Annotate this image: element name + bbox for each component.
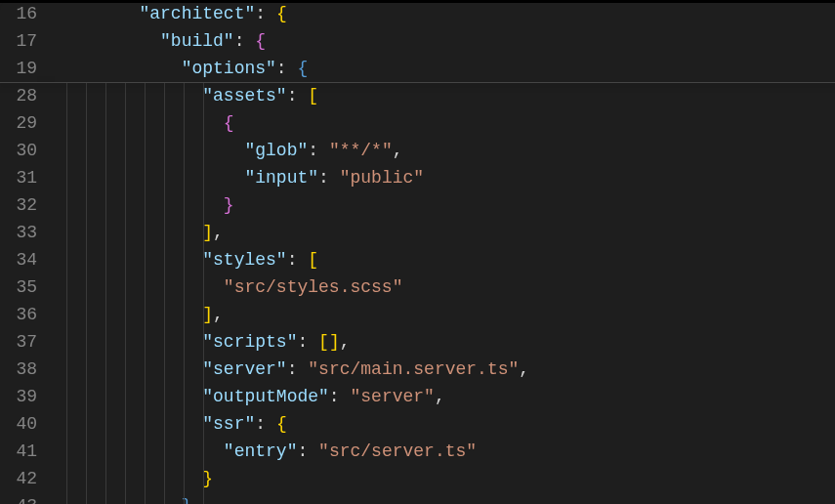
line-number: 43 bbox=[0, 492, 37, 504]
json-key: "assets" bbox=[202, 86, 286, 105]
json-key: "entry" bbox=[224, 441, 298, 461]
close-brace: } bbox=[202, 469, 213, 488]
comma: , bbox=[519, 359, 529, 379]
code-line[interactable]: "scripts": [], bbox=[55, 328, 835, 356]
colon: : bbox=[329, 387, 340, 406]
json-string: "**/*" bbox=[329, 141, 393, 160]
json-string: "public" bbox=[340, 168, 424, 188]
json-string: "src/styles.scss" bbox=[224, 277, 403, 297]
code-line[interactable]: } bbox=[55, 465, 835, 492]
line-number: 32 bbox=[0, 191, 37, 219]
colon: : bbox=[234, 31, 245, 51]
json-key: "server" bbox=[202, 359, 286, 379]
line-number: 19 bbox=[0, 55, 37, 82]
colon: : bbox=[255, 414, 266, 434]
line-number: 16 bbox=[0, 0, 37, 27]
line-number: 40 bbox=[0, 410, 37, 438]
line-number: 34 bbox=[0, 246, 37, 273]
json-string: "server" bbox=[350, 387, 434, 406]
json-key: "architect" bbox=[139, 4, 255, 23]
code-editor[interactable]: 16 17 19 28 29 30 31 32 33 34 35 36 37 3… bbox=[0, 0, 835, 504]
code-line[interactable]: "build": { bbox=[55, 27, 835, 55]
colon: : bbox=[308, 141, 318, 160]
json-key: "outputMode" bbox=[202, 387, 329, 406]
comma: , bbox=[213, 223, 224, 242]
colon: : bbox=[297, 332, 308, 352]
open-brace: { bbox=[276, 414, 287, 434]
json-key: "scripts" bbox=[202, 332, 297, 352]
colon: : bbox=[287, 250, 298, 270]
code-line[interactable]: "styles": [ bbox=[55, 246, 835, 273]
colon: : bbox=[276, 59, 287, 78]
code-line[interactable]: { bbox=[55, 109, 835, 137]
line-number-gutter: 16 17 19 28 29 30 31 32 33 34 35 36 37 3… bbox=[0, 0, 55, 504]
code-line[interactable]: }, bbox=[55, 492, 835, 504]
json-key: "input" bbox=[244, 168, 318, 188]
line-number: 36 bbox=[0, 301, 37, 328]
json-key: "build" bbox=[160, 31, 234, 51]
comma: , bbox=[191, 496, 202, 504]
close-bracket: ] bbox=[202, 223, 213, 242]
code-line[interactable]: "assets": [ bbox=[55, 82, 835, 109]
json-string: "src/main.server.ts" bbox=[308, 359, 519, 379]
close-brace: } bbox=[224, 195, 234, 215]
colon: : bbox=[255, 4, 266, 23]
line-number: 41 bbox=[0, 438, 37, 465]
code-line[interactable]: "server": "src/main.server.ts", bbox=[55, 356, 835, 383]
close-bracket: ] bbox=[202, 305, 213, 324]
code-line[interactable]: "input": "public" bbox=[55, 164, 835, 191]
code-line[interactable]: "outputMode": "server", bbox=[55, 383, 835, 410]
line-number: 28 bbox=[0, 82, 37, 109]
json-string: "src/server.ts" bbox=[318, 441, 477, 461]
line-number: 33 bbox=[0, 219, 37, 246]
line-number: 37 bbox=[0, 328, 37, 356]
code-line[interactable]: "glob": "**/*", bbox=[55, 137, 835, 164]
open-brace: { bbox=[224, 113, 234, 133]
open-bracket: [ bbox=[308, 250, 318, 270]
empty-array: [] bbox=[318, 332, 340, 352]
code-line[interactable]: "src/styles.scss" bbox=[55, 273, 835, 301]
line-number: 31 bbox=[0, 164, 37, 191]
colon: : bbox=[297, 441, 308, 461]
comma: , bbox=[213, 305, 224, 324]
json-key: "ssr" bbox=[202, 414, 255, 434]
json-key: "options" bbox=[182, 59, 276, 78]
code-line[interactable]: ], bbox=[55, 301, 835, 328]
line-number: 39 bbox=[0, 383, 37, 410]
code-content[interactable]: "architect": { "build": { "options": { "… bbox=[55, 0, 835, 504]
code-line[interactable]: ], bbox=[55, 219, 835, 246]
code-line[interactable]: } bbox=[55, 191, 835, 219]
line-number: 38 bbox=[0, 356, 37, 383]
line-number: 17 bbox=[0, 27, 37, 55]
line-number: 30 bbox=[0, 137, 37, 164]
comma: , bbox=[393, 141, 403, 160]
code-line[interactable]: "ssr": { bbox=[55, 410, 835, 438]
code-line[interactable]: "architect": { bbox=[55, 0, 835, 27]
open-brace: { bbox=[276, 4, 287, 23]
comma: , bbox=[435, 387, 445, 406]
json-key: "styles" bbox=[202, 250, 286, 270]
line-number: 42 bbox=[0, 465, 37, 492]
open-brace: { bbox=[297, 59, 308, 78]
colon: : bbox=[287, 359, 298, 379]
line-number: 35 bbox=[0, 273, 37, 301]
code-line[interactable]: "entry": "src/server.ts" bbox=[55, 438, 835, 465]
colon: : bbox=[318, 168, 329, 188]
open-bracket: [ bbox=[308, 86, 318, 105]
comma: , bbox=[340, 332, 351, 352]
json-key: "glob" bbox=[244, 141, 308, 160]
line-number: 29 bbox=[0, 109, 37, 137]
open-brace: { bbox=[255, 31, 266, 51]
code-line[interactable]: "options": { bbox=[55, 55, 835, 82]
close-brace: } bbox=[182, 496, 192, 504]
colon: : bbox=[287, 86, 298, 105]
